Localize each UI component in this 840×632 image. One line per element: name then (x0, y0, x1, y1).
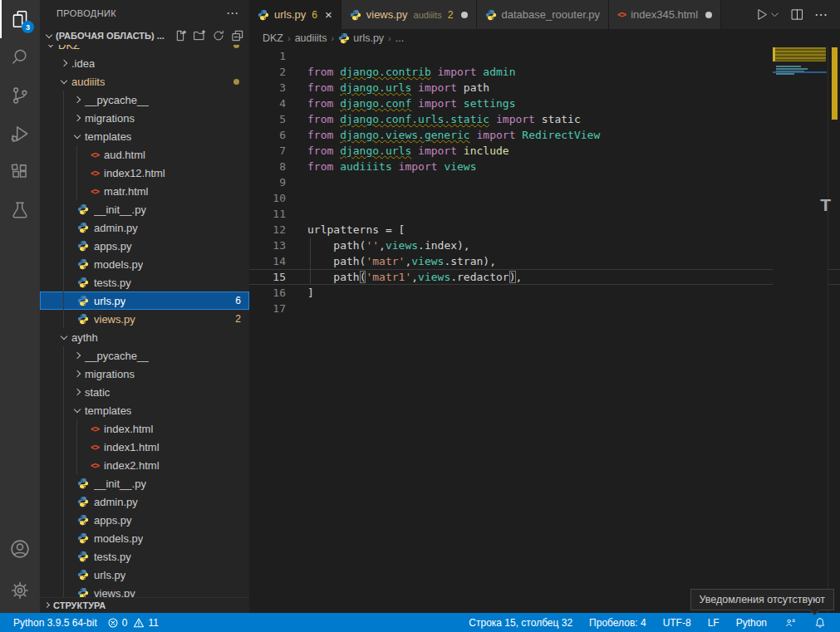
tree-item-views-py[interactable]: views.py (40, 584, 249, 597)
python-icon (77, 569, 94, 581)
problems-badge: 6 (235, 295, 241, 306)
run-debug-icon (9, 123, 31, 145)
line-number: 5 (249, 111, 286, 127)
tree-item-admin-py[interactable]: admin.py (40, 218, 249, 237)
tree-item-label: static (85, 386, 110, 399)
tree-item-index2-html[interactable]: <>index2.html (40, 456, 249, 474)
close-icon[interactable]: × (325, 8, 332, 21)
status-right-item-0[interactable]: Строка 15, столбец 32 (464, 617, 577, 629)
code-editor[interactable]: 12from django.contrib import admin3from … (249, 47, 840, 613)
tree-item-index-html[interactable]: <>index.html (40, 419, 249, 438)
tree-item-templates[interactable]: templates (40, 127, 249, 145)
tree-item-label: urls.py (94, 569, 125, 581)
new-file-icon[interactable] (174, 29, 187, 42)
collapse-all-icon[interactable] (231, 29, 244, 42)
tree-item-tests-py[interactable]: tests.py (40, 273, 249, 292)
tree-item-label: index.html (104, 423, 153, 435)
chevron-down-icon (70, 404, 84, 417)
sidebar-more-icon[interactable]: ⋯ (226, 6, 239, 21)
activity-testing[interactable] (0, 191, 40, 229)
status-right-item-3[interactable]: LF (703, 617, 725, 629)
tree-item-models-py[interactable]: models.py (40, 529, 249, 547)
breadcrumb-item-0[interactable]: DKZ (263, 32, 283, 44)
more-actions-icon[interactable]: ⋯ (814, 7, 828, 22)
activity-search[interactable] (0, 38, 40, 76)
status-right-item-4[interactable]: Python (731, 617, 772, 629)
tree-item-models-py[interactable]: models.py (40, 255, 249, 273)
tree-item-dkz[interactable]: DKZ (40, 45, 249, 54)
status-right-item-1[interactable]: Пробелов: 4 (584, 617, 651, 629)
breadcrumb-item-1[interactable]: audiiits (295, 32, 327, 44)
split-editor-icon[interactable] (790, 7, 804, 22)
minimap[interactable] (773, 47, 828, 613)
tree-item--init-py[interactable]: __init__.py (40, 200, 249, 218)
tree-item--pycache-[interactable]: __pycache__ (40, 346, 249, 365)
scrollbar[interactable] (828, 47, 840, 613)
tree-item-views-py[interactable]: views.py2 (40, 310, 249, 328)
tree-item-urls-py[interactable]: urls.py (40, 566, 249, 584)
dirty-dot-icon[interactable] (461, 12, 468, 18)
tree-item-migrations[interactable]: migrations (40, 109, 249, 127)
tree-item-tests-py[interactable]: tests.py (40, 547, 249, 566)
code-line: 9 (249, 174, 840, 190)
tree-item--init-py[interactable]: __init__.py (40, 474, 249, 492)
workspace-section-header[interactable]: (РАБОЧАЯ ОБЛАСТЬ) ... (40, 26, 249, 45)
tree-item-aythh[interactable]: aythh (40, 328, 249, 346)
line-number: 3 (249, 80, 286, 96)
line-number: 1 (249, 48, 286, 64)
html-icon: <> (91, 443, 99, 452)
sidebar-title-bar: ПРОВОДНИК ⋯ (40, 0, 249, 26)
refresh-icon[interactable] (212, 29, 225, 42)
tree-item-apps-py[interactable]: apps.py (40, 237, 249, 255)
tree-item-aud-html[interactable]: <>aud.html (40, 145, 249, 164)
python-icon (77, 222, 94, 233)
file-tree[interactable]: DKZ.ideaaudiiits__pycache__migrationstem… (40, 45, 249, 597)
activity-run-debug[interactable] (0, 115, 40, 153)
outline-section-header[interactable]: СТРУКТУРА (40, 597, 249, 613)
tab-index345-html[interactable]: <>index345.html (609, 0, 721, 29)
activity-source-control[interactable] (0, 76, 40, 115)
tab-views-py[interactable]: views.pyaudiiits2 (341, 0, 477, 29)
tab-database-roouter-py[interactable]: database_roouter.py (477, 0, 610, 29)
tree-item-matr-html[interactable]: <>matr.html (40, 182, 249, 200)
run-icon[interactable] (755, 7, 780, 22)
tree-item-label: __init__.py (94, 478, 146, 490)
breadcrumb-item-2[interactable]: urls.py (338, 32, 384, 44)
overview-t-marker: T (820, 195, 831, 215)
tree-item-admin-py[interactable]: admin.py (40, 492, 249, 511)
tree-item-migrations[interactable]: migrations (40, 365, 249, 383)
tab-urls-py[interactable]: urls.py6× (249, 0, 341, 29)
activity-explorer[interactable]: 3 (0, 0, 40, 38)
tab-description: audiiits (414, 10, 442, 20)
tree-item-static[interactable]: static (40, 383, 249, 401)
tree-item--idea[interactable]: .idea (40, 54, 249, 72)
line-number: 4 (249, 96, 286, 111)
tree-item--pycache-[interactable]: __pycache__ (40, 91, 249, 109)
breadcrumb-item-3[interactable]: ... (395, 32, 404, 44)
html-icon: <> (91, 461, 99, 470)
python-icon (338, 32, 353, 44)
activity-account[interactable] (0, 530, 40, 568)
tree-item-audiiits[interactable]: audiiits (40, 72, 249, 91)
feedback-icon[interactable] (779, 616, 802, 630)
problems-item[interactable]: 0 11 (102, 617, 164, 629)
activity-settings[interactable] (0, 571, 40, 610)
activity-extensions[interactable] (0, 153, 40, 191)
tree-item-templates[interactable]: templates (40, 401, 249, 419)
tree-item-index12-html[interactable]: <>index12.html (40, 164, 249, 182)
python-interpreter-item[interactable]: Python 3.9.5 64-bit (8, 617, 102, 629)
code-line: 13 path('',views.index), (249, 238, 840, 253)
tree-item-label: index1.html (104, 441, 159, 453)
bell-icon[interactable] (808, 616, 832, 630)
tree-item-label: __init__.py (94, 203, 146, 216)
tree-item-urls-py[interactable]: urls.py6 (40, 292, 249, 310)
tree-item-index1-html[interactable]: <>index1.html (40, 438, 249, 456)
explorer-sidebar: ПРОВОДНИК ⋯ (РАБОЧАЯ ОБЛАСТЬ) ... DKZ.id… (40, 0, 249, 613)
line-number: 16 (249, 285, 286, 301)
new-folder-icon[interactable] (193, 29, 206, 42)
status-right-item-2[interactable]: UTF-8 (658, 617, 696, 629)
tree-item-apps-py[interactable]: apps.py (40, 511, 249, 529)
dirty-dot-icon[interactable] (705, 12, 712, 18)
gear-icon (8, 579, 32, 602)
python-icon (77, 240, 94, 252)
